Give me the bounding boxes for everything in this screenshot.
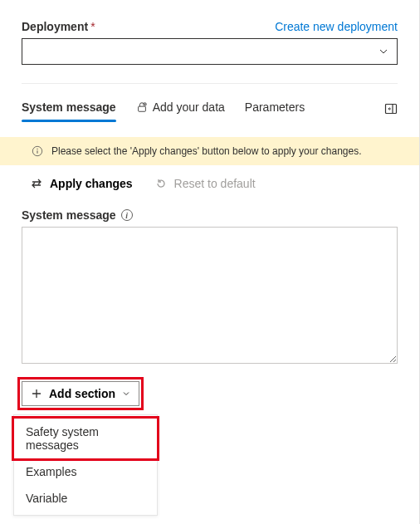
add-section-label: Add section [49,387,115,400]
menu-item-examples[interactable]: Examples [14,458,157,485]
tab-label: System message [22,100,116,114]
apply-changes-button[interactable]: Apply changes [30,177,133,190]
reset-icon [154,177,168,190]
system-message-label: System message [22,208,116,222]
info-icon [32,145,43,157]
menu-item-variable[interactable]: Variable [14,485,157,512]
tab-label: Parameters [245,100,305,114]
apply-label: Apply changes [50,177,133,190]
divider [22,83,398,84]
required-asterisk: * [90,20,95,33]
reset-to-default-button: Reset to default [154,177,256,190]
add-section-button[interactable]: Add section [22,381,139,406]
reset-label: Reset to default [174,177,256,190]
notice-text: Please select the 'Apply changes' button… [51,145,362,157]
tab-system-message[interactable]: System message [22,95,116,122]
info-icon[interactable]: i [121,209,133,221]
add-section-menu: Safety system messages Examples Variable [13,414,158,516]
apply-changes-notice: Please select the 'Apply changes' button… [0,137,419,165]
panel-toggle-icon[interactable] [384,102,398,115]
chevron-down-icon [378,47,388,56]
system-message-textarea[interactable] [22,227,398,364]
create-new-deployment-link[interactable]: Create new deployment [275,20,398,33]
tab-add-your-data[interactable]: Add your data [136,95,225,122]
svg-rect-0 [138,106,145,111]
tab-label: Add your data [153,100,225,114]
tabs: System message Add your data Parameters [22,95,398,122]
tab-parameters[interactable]: Parameters [245,95,305,122]
chevron-down-icon [122,389,130,398]
deployment-select[interactable] [22,38,398,65]
plus-icon [31,388,42,399]
lock-icon [136,101,148,113]
swap-icon [30,177,43,190]
deployment-label: Deployment [22,20,88,33]
svg-point-5 [37,149,37,149]
menu-item-safety-system-messages[interactable]: Safety system messages [14,419,157,458]
